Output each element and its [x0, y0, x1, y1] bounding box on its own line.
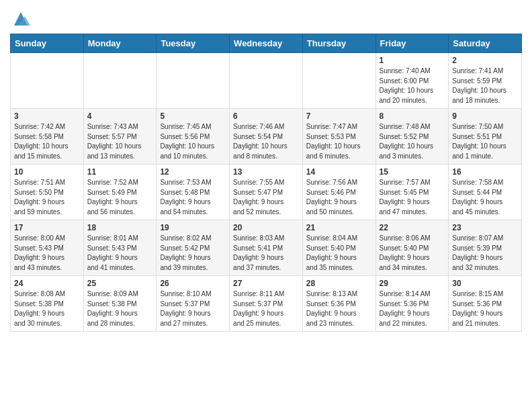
page: SundayMondayTuesdayWednesdayThursdayFrid… — [0, 0, 532, 342]
calendar-cell-1-1 — [11, 53, 84, 109]
day-info: Sunrise: 8:01 AMSunset: 5:43 PMDaylight:… — [87, 234, 153, 273]
calendar-cell-4-6: 22Sunrise: 8:06 AMSunset: 5:40 PMDayligh… — [375, 220, 449, 276]
day-info: Sunrise: 8:06 AMSunset: 5:40 PMDaylight:… — [380, 234, 445, 273]
day-number: 21 — [306, 223, 372, 232]
day-info: Sunrise: 7:42 AMSunset: 5:58 PMDaylight:… — [14, 122, 80, 161]
day-info: Sunrise: 7:46 AMSunset: 5:54 PMDaylight:… — [233, 122, 299, 161]
day-number: 13 — [233, 167, 299, 177]
calendar-cell-4-1: 17Sunrise: 8:00 AMSunset: 5:43 PMDayligh… — [11, 220, 84, 276]
weekday-header-monday: Monday — [83, 34, 157, 53]
day-info: Sunrise: 7:48 AMSunset: 5:52 PMDaylight:… — [380, 122, 445, 161]
day-info: Sunrise: 7:45 AMSunset: 5:56 PMDaylight:… — [160, 122, 226, 161]
day-number: 7 — [306, 111, 372, 121]
calendar-body: 1Sunrise: 7:40 AMSunset: 6:00 PMDaylight… — [11, 53, 522, 332]
calendar-cell-1-3 — [157, 53, 230, 109]
weekday-header-saturday: Saturday — [449, 34, 522, 53]
calendar-cell-5-6: 29Sunrise: 8:14 AMSunset: 5:36 PMDayligh… — [375, 276, 449, 332]
day-number: 12 — [160, 167, 226, 177]
calendar-cell-4-5: 21Sunrise: 8:04 AMSunset: 5:40 PMDayligh… — [302, 220, 375, 276]
day-info: Sunrise: 7:57 AMSunset: 5:45 PMDaylight:… — [380, 178, 445, 217]
day-number: 16 — [452, 167, 518, 177]
calendar-cell-4-7: 23Sunrise: 8:07 AMSunset: 5:39 PMDayligh… — [449, 220, 522, 276]
day-number: 15 — [380, 167, 445, 177]
calendar-week-row-3: 10Sunrise: 7:51 AMSunset: 5:50 PMDayligh… — [11, 165, 522, 220]
day-number: 5 — [160, 111, 226, 121]
weekday-header-row: SundayMondayTuesdayWednesdayThursdayFrid… — [11, 34, 522, 53]
calendar-cell-5-4: 27Sunrise: 8:11 AMSunset: 5:37 PMDayligh… — [230, 276, 303, 332]
day-number: 11 — [87, 167, 153, 177]
calendar-header: SundayMondayTuesdayWednesdayThursdayFrid… — [11, 34, 522, 53]
day-number: 18 — [87, 223, 153, 232]
calendar-cell-3-4: 13Sunrise: 7:55 AMSunset: 5:47 PMDayligh… — [230, 165, 303, 220]
calendar-cell-3-5: 14Sunrise: 7:56 AMSunset: 5:46 PMDayligh… — [302, 165, 375, 220]
day-number: 3 — [14, 111, 80, 121]
day-number: 4 — [87, 111, 153, 121]
day-number: 10 — [14, 167, 80, 177]
calendar-cell-2-1: 3Sunrise: 7:42 AMSunset: 5:58 PMDaylight… — [11, 109, 84, 165]
day-number: 25 — [87, 279, 153, 288]
weekday-header-wednesday: Wednesday — [230, 34, 303, 53]
calendar-cell-2-7: 9Sunrise: 7:50 AMSunset: 5:51 PMDaylight… — [449, 109, 522, 165]
day-info: Sunrise: 8:15 AMSunset: 5:36 PMDaylight:… — [452, 289, 518, 328]
day-info: Sunrise: 7:56 AMSunset: 5:46 PMDaylight:… — [306, 178, 372, 217]
calendar-cell-4-2: 18Sunrise: 8:01 AMSunset: 5:43 PMDayligh… — [83, 220, 157, 276]
calendar-cell-4-4: 20Sunrise: 8:03 AMSunset: 5:41 PMDayligh… — [230, 220, 303, 276]
calendar-cell-3-3: 12Sunrise: 7:53 AMSunset: 5:48 PMDayligh… — [157, 165, 230, 220]
calendar-cell-4-3: 19Sunrise: 8:02 AMSunset: 5:42 PMDayligh… — [157, 220, 230, 276]
day-info: Sunrise: 7:58 AMSunset: 5:44 PMDaylight:… — [452, 178, 518, 217]
day-info: Sunrise: 8:09 AMSunset: 5:38 PMDaylight:… — [87, 289, 153, 328]
day-info: Sunrise: 8:03 AMSunset: 5:41 PMDaylight:… — [233, 234, 299, 273]
weekday-header-sunday: Sunday — [11, 34, 84, 53]
day-number: 17 — [14, 223, 80, 232]
day-number: 19 — [160, 223, 226, 232]
day-info: Sunrise: 7:41 AMSunset: 5:59 PMDaylight:… — [452, 66, 518, 105]
weekday-header-thursday: Thursday — [302, 34, 375, 53]
calendar-cell-2-6: 8Sunrise: 7:48 AMSunset: 5:52 PMDaylight… — [375, 109, 449, 165]
day-info: Sunrise: 8:10 AMSunset: 5:37 PMDaylight:… — [160, 289, 226, 328]
day-number: 24 — [14, 279, 80, 288]
calendar-cell-3-2: 11Sunrise: 7:52 AMSunset: 5:49 PMDayligh… — [83, 165, 157, 220]
calendar-cell-2-2: 4Sunrise: 7:43 AMSunset: 5:57 PMDaylight… — [83, 109, 157, 165]
day-number: 9 — [452, 111, 518, 121]
calendar-cell-3-7: 16Sunrise: 7:58 AMSunset: 5:44 PMDayligh… — [449, 165, 522, 220]
header — [10, 7, 522, 28]
weekday-header-tuesday: Tuesday — [157, 34, 230, 53]
calendar-cell-5-2: 25Sunrise: 8:09 AMSunset: 5:38 PMDayligh… — [83, 276, 157, 332]
calendar-week-row-5: 24Sunrise: 8:08 AMSunset: 5:38 PMDayligh… — [11, 276, 522, 332]
day-info: Sunrise: 7:53 AMSunset: 5:48 PMDaylight:… — [160, 178, 226, 217]
day-info: Sunrise: 7:40 AMSunset: 6:00 PMDaylight:… — [380, 66, 445, 105]
calendar-cell-5-3: 26Sunrise: 8:10 AMSunset: 5:37 PMDayligh… — [157, 276, 230, 332]
day-info: Sunrise: 7:50 AMSunset: 5:51 PMDaylight:… — [452, 122, 518, 161]
calendar-cell-2-3: 5Sunrise: 7:45 AMSunset: 5:56 PMDaylight… — [157, 109, 230, 165]
day-info: Sunrise: 8:04 AMSunset: 5:40 PMDaylight:… — [306, 234, 372, 273]
calendar-table: SundayMondayTuesdayWednesdayThursdayFrid… — [10, 34, 522, 332]
day-number: 22 — [380, 223, 445, 232]
day-number: 30 — [452, 279, 518, 288]
calendar-week-row-1: 1Sunrise: 7:40 AMSunset: 6:00 PMDaylight… — [11, 53, 522, 109]
day-number: 26 — [160, 279, 226, 288]
weekday-header-friday: Friday — [375, 34, 449, 53]
day-number: 23 — [452, 223, 518, 232]
day-number: 29 — [380, 279, 445, 288]
day-info: Sunrise: 8:14 AMSunset: 5:36 PMDaylight:… — [380, 289, 445, 328]
calendar-cell-1-6: 1Sunrise: 7:40 AMSunset: 6:00 PMDaylight… — [375, 53, 449, 109]
day-info: Sunrise: 8:13 AMSunset: 5:36 PMDaylight:… — [306, 289, 372, 328]
day-number: 6 — [233, 111, 299, 121]
logo-icon — [11, 9, 30, 28]
day-info: Sunrise: 7:52 AMSunset: 5:49 PMDaylight:… — [87, 178, 153, 217]
day-number: 27 — [233, 279, 299, 288]
day-info: Sunrise: 7:55 AMSunset: 5:47 PMDaylight:… — [233, 178, 299, 217]
calendar-cell-2-5: 7Sunrise: 7:47 AMSunset: 5:53 PMDaylight… — [302, 109, 375, 165]
day-number: 20 — [233, 223, 299, 232]
calendar-cell-3-1: 10Sunrise: 7:51 AMSunset: 5:50 PMDayligh… — [11, 165, 84, 220]
calendar-week-row-2: 3Sunrise: 7:42 AMSunset: 5:58 PMDaylight… — [11, 109, 522, 165]
day-info: Sunrise: 8:08 AMSunset: 5:38 PMDaylight:… — [14, 289, 80, 328]
calendar-cell-2-4: 6Sunrise: 7:46 AMSunset: 5:54 PMDaylight… — [230, 109, 303, 165]
calendar-week-row-4: 17Sunrise: 8:00 AMSunset: 5:43 PMDayligh… — [11, 220, 522, 276]
calendar-cell-1-4 — [230, 53, 303, 109]
day-info: Sunrise: 7:51 AMSunset: 5:50 PMDaylight:… — [14, 178, 80, 217]
day-info: Sunrise: 8:02 AMSunset: 5:42 PMDaylight:… — [160, 234, 226, 273]
day-info: Sunrise: 8:00 AMSunset: 5:43 PMDaylight:… — [14, 234, 80, 273]
day-info: Sunrise: 8:11 AMSunset: 5:37 PMDaylight:… — [233, 289, 299, 328]
calendar-cell-5-7: 30Sunrise: 8:15 AMSunset: 5:36 PMDayligh… — [449, 276, 522, 332]
